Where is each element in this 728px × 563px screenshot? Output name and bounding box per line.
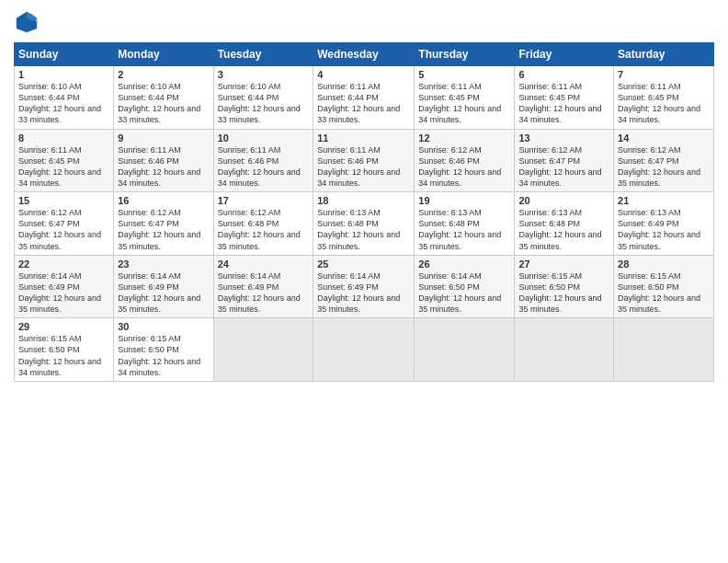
day-info: Sunrise: 6:10 AMSunset: 6:44 PMDaylight:… bbox=[118, 81, 209, 126]
calendar-cell: 29Sunrise: 6:15 AMSunset: 6:50 PMDayligh… bbox=[15, 318, 114, 382]
day-number: 13 bbox=[518, 132, 609, 144]
day-info: Sunrise: 6:11 AMSunset: 6:45 PMDaylight:… bbox=[18, 144, 109, 190]
day-number: 28 bbox=[618, 259, 710, 270]
calendar-cell: 17Sunrise: 6:12 AMSunset: 6:48 PMDayligh… bbox=[213, 192, 313, 256]
day-info: Sunrise: 6:11 AMSunset: 6:45 PMDaylight:… bbox=[618, 81, 710, 126]
calendar-cell: 6Sunrise: 6:11 AMSunset: 6:45 PMDaylight… bbox=[515, 66, 614, 130]
calendar-cell: 2Sunrise: 6:10 AMSunset: 6:44 PMDaylight… bbox=[114, 66, 213, 130]
weekday-header-sunday: Sunday bbox=[15, 43, 114, 66]
day-number: 2 bbox=[118, 69, 209, 80]
calendar-cell: 13Sunrise: 6:12 AMSunset: 6:47 PMDayligh… bbox=[515, 129, 614, 192]
day-info: Sunrise: 6:12 AMSunset: 6:47 PMDaylight:… bbox=[18, 207, 109, 252]
calendar-cell: 28Sunrise: 6:15 AMSunset: 6:50 PMDayligh… bbox=[614, 255, 714, 318]
day-number: 17 bbox=[218, 195, 310, 206]
calendar-cell: 24Sunrise: 6:14 AMSunset: 6:49 PMDayligh… bbox=[213, 255, 313, 318]
day-number: 24 bbox=[218, 259, 310, 270]
day-number: 8 bbox=[18, 132, 109, 144]
day-info: Sunrise: 6:15 AMSunset: 6:50 PMDaylight:… bbox=[518, 270, 609, 316]
day-info: Sunrise: 6:14 AMSunset: 6:49 PMDaylight:… bbox=[317, 270, 410, 316]
day-info: Sunrise: 6:13 AMSunset: 6:48 PMDaylight:… bbox=[518, 207, 609, 252]
calendar-cell: 16Sunrise: 6:12 AMSunset: 6:47 PMDayligh… bbox=[114, 192, 213, 256]
calendar-week-row-1: 1Sunrise: 6:10 AMSunset: 6:44 PMDaylight… bbox=[15, 66, 714, 130]
day-info: Sunrise: 6:11 AMSunset: 6:46 PMDaylight:… bbox=[317, 144, 410, 190]
day-info: Sunrise: 6:12 AMSunset: 6:48 PMDaylight:… bbox=[218, 207, 310, 252]
day-info: Sunrise: 6:14 AMSunset: 6:49 PMDaylight:… bbox=[118, 270, 209, 316]
day-info: Sunrise: 6:12 AMSunset: 6:47 PMDaylight:… bbox=[518, 144, 609, 190]
calendar-table: SundayMondayTuesdayWednesdayThursdayFrid… bbox=[14, 42, 714, 382]
weekday-header-tuesday: Tuesday bbox=[213, 43, 313, 66]
day-info: Sunrise: 6:11 AMSunset: 6:46 PMDaylight:… bbox=[118, 144, 209, 190]
logo bbox=[14, 9, 43, 35]
day-number: 9 bbox=[118, 132, 209, 144]
day-number: 20 bbox=[518, 195, 609, 206]
day-number: 7 bbox=[618, 69, 710, 80]
day-info: Sunrise: 6:11 AMSunset: 6:46 PMDaylight:… bbox=[218, 144, 310, 190]
day-info: Sunrise: 6:11 AMSunset: 6:45 PMDaylight:… bbox=[518, 81, 609, 126]
calendar-cell: 9Sunrise: 6:11 AMSunset: 6:46 PMDaylight… bbox=[114, 129, 213, 192]
day-info: Sunrise: 6:11 AMSunset: 6:45 PMDaylight:… bbox=[418, 81, 510, 126]
calendar-cell: 26Sunrise: 6:14 AMSunset: 6:50 PMDayligh… bbox=[415, 255, 515, 318]
calendar-cell: 18Sunrise: 6:13 AMSunset: 6:48 PMDayligh… bbox=[313, 192, 415, 256]
day-number: 15 bbox=[18, 195, 109, 206]
header bbox=[14, 9, 714, 35]
calendar-cell: 11Sunrise: 6:11 AMSunset: 6:46 PMDayligh… bbox=[313, 129, 415, 192]
calendar-cell: 12Sunrise: 6:12 AMSunset: 6:46 PMDayligh… bbox=[415, 129, 515, 192]
day-info: Sunrise: 6:10 AMSunset: 6:44 PMDaylight:… bbox=[218, 81, 310, 126]
day-info: Sunrise: 6:12 AMSunset: 6:47 PMDaylight:… bbox=[118, 207, 209, 252]
calendar-cell: 22Sunrise: 6:14 AMSunset: 6:49 PMDayligh… bbox=[15, 255, 114, 318]
day-number: 26 bbox=[418, 259, 510, 270]
calendar-cell bbox=[515, 318, 614, 382]
calendar-cell bbox=[415, 318, 515, 382]
day-number: 27 bbox=[518, 259, 609, 270]
day-info: Sunrise: 6:13 AMSunset: 6:48 PMDaylight:… bbox=[418, 207, 510, 252]
calendar-cell: 7Sunrise: 6:11 AMSunset: 6:45 PMDaylight… bbox=[614, 66, 714, 130]
calendar-cell bbox=[313, 318, 415, 382]
weekday-header-friday: Friday bbox=[515, 43, 614, 66]
calendar-week-row-4: 22Sunrise: 6:14 AMSunset: 6:49 PMDayligh… bbox=[15, 255, 714, 318]
day-info: Sunrise: 6:14 AMSunset: 6:49 PMDaylight:… bbox=[218, 270, 310, 316]
calendar-cell: 10Sunrise: 6:11 AMSunset: 6:46 PMDayligh… bbox=[213, 129, 313, 192]
day-info: Sunrise: 6:14 AMSunset: 6:49 PMDaylight:… bbox=[18, 270, 109, 316]
day-number: 10 bbox=[218, 132, 310, 144]
calendar-cell: 1Sunrise: 6:10 AMSunset: 6:44 PMDaylight… bbox=[15, 66, 114, 130]
calendar-cell: 19Sunrise: 6:13 AMSunset: 6:48 PMDayligh… bbox=[415, 192, 515, 256]
day-number: 21 bbox=[618, 195, 710, 206]
logo-icon bbox=[14, 9, 40, 35]
day-info: Sunrise: 6:13 AMSunset: 6:48 PMDaylight:… bbox=[317, 207, 410, 252]
day-number: 19 bbox=[418, 195, 510, 206]
day-info: Sunrise: 6:15 AMSunset: 6:50 PMDaylight:… bbox=[18, 333, 109, 378]
calendar-cell: 5Sunrise: 6:11 AMSunset: 6:45 PMDaylight… bbox=[415, 66, 515, 130]
day-number: 12 bbox=[418, 132, 510, 144]
calendar-cell: 15Sunrise: 6:12 AMSunset: 6:47 PMDayligh… bbox=[15, 192, 114, 256]
day-number: 22 bbox=[18, 259, 109, 270]
day-info: Sunrise: 6:13 AMSunset: 6:49 PMDaylight:… bbox=[618, 207, 710, 252]
calendar-cell: 14Sunrise: 6:12 AMSunset: 6:47 PMDayligh… bbox=[614, 129, 714, 192]
day-number: 18 bbox=[317, 195, 410, 206]
day-number: 6 bbox=[518, 69, 609, 80]
calendar-cell: 4Sunrise: 6:11 AMSunset: 6:44 PMDaylight… bbox=[313, 66, 415, 130]
day-number: 30 bbox=[118, 321, 209, 332]
page: SundayMondayTuesdayWednesdayThursdayFrid… bbox=[0, 0, 728, 563]
weekday-header-monday: Monday bbox=[114, 43, 213, 66]
calendar-cell: 23Sunrise: 6:14 AMSunset: 6:49 PMDayligh… bbox=[114, 255, 213, 318]
calendar-week-row-2: 8Sunrise: 6:11 AMSunset: 6:45 PMDaylight… bbox=[15, 129, 714, 192]
calendar-cell: 27Sunrise: 6:15 AMSunset: 6:50 PMDayligh… bbox=[515, 255, 614, 318]
day-number: 11 bbox=[317, 132, 410, 144]
day-number: 14 bbox=[618, 132, 710, 144]
calendar-cell bbox=[213, 318, 313, 382]
day-info: Sunrise: 6:10 AMSunset: 6:44 PMDaylight:… bbox=[18, 81, 109, 126]
weekday-header-wednesday: Wednesday bbox=[313, 43, 415, 66]
day-number: 16 bbox=[118, 195, 209, 206]
day-number: 3 bbox=[218, 69, 310, 80]
day-info: Sunrise: 6:14 AMSunset: 6:50 PMDaylight:… bbox=[418, 270, 510, 316]
weekday-header-saturday: Saturday bbox=[614, 43, 714, 66]
day-number: 25 bbox=[317, 259, 410, 270]
day-info: Sunrise: 6:12 AMSunset: 6:47 PMDaylight:… bbox=[618, 144, 710, 190]
calendar-cell: 25Sunrise: 6:14 AMSunset: 6:49 PMDayligh… bbox=[313, 255, 415, 318]
day-info: Sunrise: 6:12 AMSunset: 6:46 PMDaylight:… bbox=[418, 144, 510, 190]
weekday-header-row: SundayMondayTuesdayWednesdayThursdayFrid… bbox=[15, 43, 714, 66]
calendar-week-row-5: 29Sunrise: 6:15 AMSunset: 6:50 PMDayligh… bbox=[15, 318, 714, 382]
calendar-week-row-3: 15Sunrise: 6:12 AMSunset: 6:47 PMDayligh… bbox=[15, 192, 714, 256]
day-number: 4 bbox=[317, 69, 410, 80]
weekday-header-thursday: Thursday bbox=[415, 43, 515, 66]
